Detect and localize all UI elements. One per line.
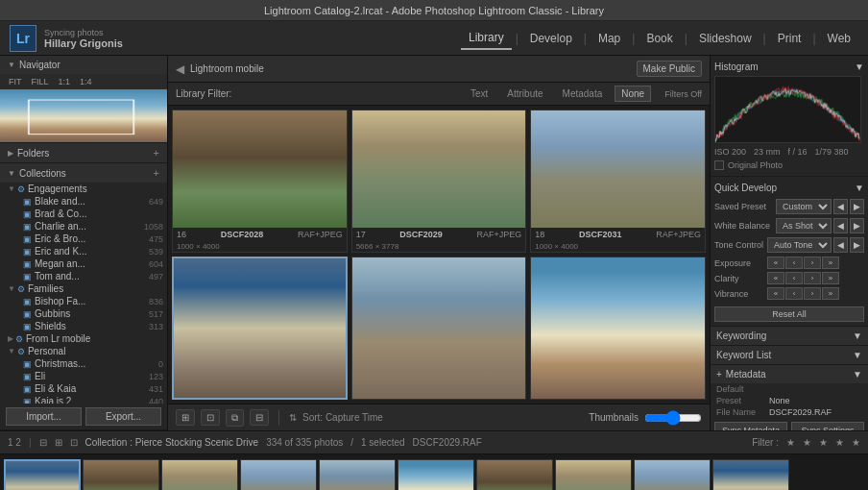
filmstrip-item-3[interactable] [161,459,238,491]
filmstrip-view-btn[interactable]: ⊟ [39,437,47,448]
tree-families[interactable]: ▼ ⚙ Families [0,282,167,295]
toolbar-back-arrow[interactable]: ◀ [176,62,184,76]
filmstrip-item-4[interactable] [240,459,317,491]
histogram-menu-icon[interactable]: ▼ [855,61,864,72]
fill-btn[interactable]: FILL [29,76,52,87]
filter-attribute[interactable]: Attribute [500,86,549,102]
white-balance-select[interactable]: As Shot [776,218,832,233]
collections-add-btn[interactable]: + [154,167,159,179]
grid-view-btn[interactable]: ⊞ [176,409,195,426]
tree-shields[interactable]: ▣ Shields 313 [0,320,167,332]
1to4-btn[interactable]: 1:4 [77,76,95,87]
tree-tom[interactable]: ▣ Tom and... 497 [0,270,167,282]
thumb-21[interactable] [530,257,706,400]
vibrance-u[interactable]: › [804,287,821,300]
star-filter-1[interactable]: ★ [786,437,795,448]
tree-charlie[interactable]: ▣ Charlie an... 1058 [0,220,167,233]
thumb-18[interactable]: 18 DSCF2031 RAF+JPEG 1000 × 4000 [530,110,706,253]
loupe-view-btn[interactable]: ⊡ [201,409,220,426]
thumb-17[interactable]: 17 DSCF2029 RAF+JPEG 5666 × 3778 [351,110,527,253]
navigator-header[interactable]: ▼ Navigator [0,56,167,74]
filmstrip-item-1[interactable] [4,459,81,491]
filmstrip-item-2[interactable] [83,459,159,491]
import-button[interactable]: Import... [6,407,82,426]
nav-web[interactable]: Web [820,28,858,49]
sync-metadata-button[interactable]: Sync Metadata [714,422,787,430]
tree-eli[interactable]: ▣ Eli 123 [0,370,167,382]
quick-develop-menu[interactable]: ▼ [855,183,864,193]
nav-slideshow[interactable]: Slideshow [691,28,760,49]
nav-book[interactable]: Book [639,28,680,49]
clarity-uu[interactable]: » [822,272,839,284]
tree-eli-kaia[interactable]: ▣ Eli & Kaia 431 [0,382,167,395]
exposure-uu[interactable]: » [822,257,839,269]
thumbnail-size-slider[interactable] [644,410,702,426]
thumb-19[interactable] [172,257,348,400]
sync-settings-button[interactable]: Sync Settings [791,422,864,430]
sort-label[interactable]: Sort: Capture Time [302,412,383,423]
tree-kaia-2[interactable]: ▣ Kaia is 2 440 [0,395,167,404]
wb-prev[interactable]: ◀ [833,218,848,233]
filmstrip-item-8[interactable] [555,459,632,491]
tone-prev[interactable]: ◀ [833,237,848,253]
tree-megan[interactable]: ▣ Megan an... 604 [0,257,167,270]
filter-metadata[interactable]: Metadata [556,86,610,102]
exposure-dd[interactable]: « [767,257,784,269]
survey-btn[interactable]: ⊟ [250,409,269,426]
collections-header[interactable]: ▼ Collections + [0,163,167,183]
tree-engagements[interactable]: ▼ ⚙ Engagements [0,183,167,195]
1to1-btn[interactable]: 1:1 [56,76,74,87]
tree-bishop[interactable]: ▣ Bishop Fa... 836 [0,295,167,307]
filmstrip-item-6[interactable] [398,459,474,491]
filter-text[interactable]: Text [464,86,494,102]
nav-print[interactable]: Print [770,28,809,49]
filmstrip-item-5[interactable] [319,459,396,491]
tree-eric-bro[interactable]: ▣ Eric & Bro... 475 [0,233,167,245]
tone-next[interactable]: ▶ [850,237,864,253]
make-public-button[interactable]: Make Public [637,61,702,77]
keyword-list-header[interactable]: Keyword List ▼ [711,345,868,364]
export-button[interactable]: Export... [85,407,161,426]
wb-next[interactable]: ▶ [850,218,864,233]
tree-eric-k[interactable]: ▣ Eric and K... 539 [0,245,167,257]
vibrance-uu[interactable]: » [822,287,839,300]
tree-brad[interactable]: ▣ Brad & Co... [0,208,167,220]
clarity-dd[interactable]: « [767,272,784,284]
filmstrip-item-10[interactable] [712,459,789,491]
nav-map[interactable]: Map [591,28,628,49]
folders-header[interactable]: ▶ Folders + [0,143,167,162]
saved-preset-prev[interactable]: ◀ [833,199,848,214]
thumb-16[interactable]: 16 DSCF2028 RAF+JPEG 1000 × 4000 [172,110,348,253]
loupe-filmstrip-btn[interactable]: ⊡ [70,437,78,448]
metadata-header[interactable]: + Metadata ▼ [711,364,868,383]
folders-add-btn[interactable]: + [154,147,159,159]
exposure-d[interactable]: ‹ [785,257,803,269]
nav-develop[interactable]: Develop [522,28,580,49]
filmstrip-item-7[interactable] [476,459,553,491]
clarity-u[interactable]: › [804,272,821,284]
tone-control-select[interactable]: Auto Tone [767,237,832,253]
filmstrip-item-9[interactable] [634,459,711,491]
tree-gubbins[interactable]: ▣ Gubbins 517 [0,307,167,320]
star-filter-4[interactable]: ★ [835,437,844,448]
tree-from-lr[interactable]: ▶ ⚙ From Lr mobile [0,332,167,345]
tree-personal[interactable]: ▼ ⚙ Personal [0,345,167,357]
filter-none[interactable]: None [615,86,651,102]
tree-blake[interactable]: ▣ Blake and... 649 [0,195,167,208]
clarity-d[interactable]: ‹ [785,272,803,284]
keywording-header[interactable]: Keywording ▼ [711,326,868,345]
compare-btn[interactable]: ⧉ [226,409,244,427]
vibrance-dd[interactable]: « [767,287,784,300]
star-filter-2[interactable]: ★ [803,437,811,448]
nav-library[interactable]: Library [461,27,512,50]
reset-all-button[interactable]: Reset All [714,306,864,322]
tree-christmas[interactable]: ▣ Christmas... 0 [0,357,167,370]
saved-preset-next[interactable]: ▶ [850,199,864,214]
star-filter-5[interactable]: ★ [852,437,860,448]
exposure-u[interactable]: › [804,257,821,269]
original-photo-checkbox[interactable] [714,160,724,170]
star-filter-3[interactable]: ★ [819,437,828,448]
thumb-20[interactable] [351,257,527,400]
grid-filmstrip-btn[interactable]: ⊞ [55,437,62,448]
vibrance-d[interactable]: ‹ [785,287,803,300]
